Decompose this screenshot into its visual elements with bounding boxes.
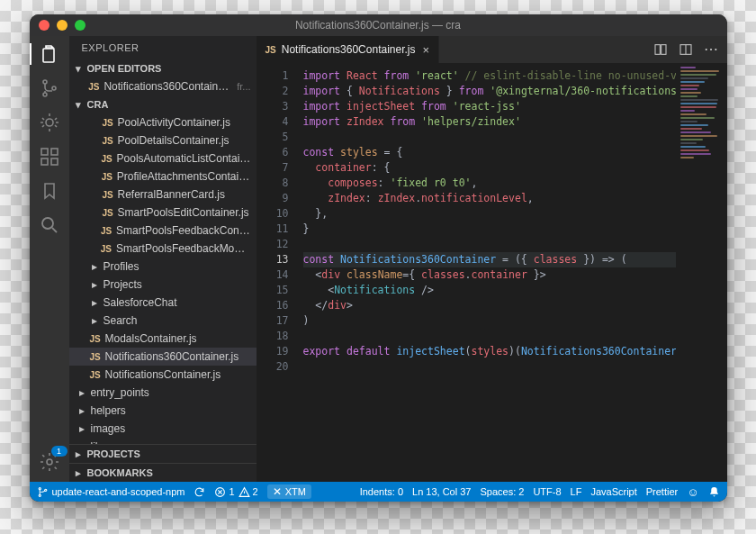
tree-item-label: SmartPoolsFeedbackModal...: [116, 242, 251, 255]
folder-item[interactable]: ▸Search: [69, 312, 256, 330]
folder-item[interactable]: ▸Profiles: [69, 258, 256, 276]
file-item[interactable]: JSSmartPoolsFeedbackConta...: [69, 222, 256, 240]
file-item[interactable]: JSModalsContainer.js: [69, 330, 256, 348]
cursor-position[interactable]: Ln 13, Col 37: [412, 486, 471, 497]
language-mode[interactable]: JavaScript: [590, 486, 636, 497]
tree-item-label: ModalsContainer.js: [105, 332, 197, 345]
svg-rect-8: [51, 158, 58, 165]
file-item[interactable]: JSNotifications360Container.js: [69, 348, 256, 366]
extensions-icon[interactable]: [39, 146, 60, 167]
titlebar[interactable]: Notifications360Container.js — cra: [30, 14, 727, 36]
indents[interactable]: Indents: 0: [360, 486, 403, 497]
split-editor-icon[interactable]: [679, 42, 693, 57]
file-item[interactable]: JSPoolsAutomaticListContain...: [69, 149, 256, 167]
compare-icon[interactable]: [653, 42, 668, 57]
file-item[interactable]: JSSmartPoolsEditContainer.js: [69, 204, 256, 222]
svg-rect-6: [51, 149, 58, 155]
minimap[interactable]: [676, 63, 727, 482]
editor[interactable]: 1234567891011121314151617181920 import R…: [256, 63, 727, 482]
tree-item-label: Search: [104, 314, 138, 327]
more-actions-icon[interactable]: ⋯: [704, 42, 718, 57]
notifications-bell-icon[interactable]: [708, 486, 720, 498]
svg-point-2: [43, 93, 47, 96]
file-item[interactable]: JSSmartPoolsFeedbackModal...: [69, 240, 256, 258]
open-editors-header[interactable]: ▾ OPEN EDITORS: [69, 59, 256, 77]
feedback-icon[interactable]: ☺: [687, 485, 698, 499]
workspace-label: CRA: [87, 99, 109, 110]
source-control-icon[interactable]: [39, 77, 60, 99]
encoding[interactable]: UTF-8: [533, 486, 561, 497]
chevron-right-icon: ▸: [73, 448, 84, 460]
tree-item-label: images: [91, 422, 126, 435]
js-file-icon: JS: [102, 136, 114, 146]
js-file-icon: JS: [101, 154, 113, 164]
xtm-badge[interactable]: ✕XTM: [267, 484, 311, 499]
debug-icon[interactable]: [39, 112, 60, 133]
svg-point-14: [39, 487, 40, 489]
chevron-right-icon: ▸: [89, 278, 100, 291]
problems[interactable]: 1 2: [214, 486, 257, 498]
js-file-icon: JS: [101, 172, 113, 182]
minimize-window-icon[interactable]: [57, 20, 68, 31]
open-editor-suffix: fr...: [237, 81, 250, 92]
editor-actions: ⋯: [644, 36, 727, 63]
code-area[interactable]: import React from 'react' // eslint-disa…: [298, 63, 676, 482]
sidebar: EXPLORER ▾ OPEN EDITORS JS Notifications…: [69, 36, 256, 482]
prettier-status[interactable]: Prettier: [646, 486, 678, 497]
file-item[interactable]: JSPoolDetailsContainer.js: [69, 131, 256, 149]
git-branch[interactable]: update-react-and-scoped-npm: [37, 486, 185, 498]
sidebar-title: EXPLORER: [69, 36, 256, 59]
chevron-right-icon: ▸: [76, 386, 87, 399]
eol[interactable]: LF: [571, 486, 582, 497]
file-item[interactable]: JSNotificationsContainer.js: [69, 366, 256, 384]
sync-icon[interactable]: [194, 486, 205, 498]
folder-item[interactable]: ▸entry_points: [69, 384, 256, 402]
chevron-down-icon: ▾: [73, 99, 84, 111]
activity-bar: 1: [30, 36, 69, 482]
js-file-icon: JS: [89, 370, 102, 380]
folder-item[interactable]: ▸images: [69, 420, 256, 438]
bookmarks-header[interactable]: ▸ BOOKMARKS: [69, 463, 256, 482]
indent-size[interactable]: Spaces: 2: [480, 486, 524, 497]
search-icon[interactable]: [39, 214, 60, 236]
status-bar: update-react-and-scoped-npm 1 2 ✕XTM Ind…: [30, 482, 727, 502]
file-item[interactable]: JSPoolActivityContainer.js: [69, 113, 256, 131]
tree-item-label: ReferralBannerCard.js: [118, 188, 225, 201]
zoom-window-icon[interactable]: [75, 20, 86, 31]
tab-active[interactable]: JS Notifications360Container.js ×: [256, 36, 440, 63]
open-editor-item[interactable]: JS Notifications360Container.js fr...: [69, 77, 256, 95]
vscode-window: Notifications360Container.js — cra: [30, 14, 727, 502]
js-file-icon: JS: [100, 244, 112, 254]
open-editors-list: JS Notifications360Container.js fr...: [69, 77, 256, 95]
projects-header[interactable]: ▸ PROJECTS: [69, 444, 256, 463]
settings-badge: 1: [51, 446, 68, 457]
workspace-header[interactable]: ▾ CRA: [69, 95, 256, 113]
file-item[interactable]: JSProfileAttachmentsContain...: [69, 167, 256, 186]
open-editors-label: OPEN EDITORS: [87, 63, 162, 74]
bookmarks-label: BOOKMARKS: [87, 467, 153, 478]
projects-label: PROJECTS: [87, 448, 140, 459]
file-item[interactable]: JSReferralBannerCard.js: [69, 186, 256, 204]
chevron-right-icon: ▸: [89, 296, 100, 309]
window-controls: [30, 20, 86, 31]
folder-item[interactable]: ▸helpers: [69, 402, 256, 420]
tree-item-label: helpers: [91, 404, 126, 417]
svg-point-10: [47, 459, 52, 465]
branch-name: update-react-and-scoped-npm: [52, 486, 185, 497]
folder-item[interactable]: ▸Projects: [69, 276, 256, 294]
tab-bar: JS Notifications360Container.js × ⋯: [256, 36, 727, 63]
folder-item[interactable]: ▸SalesforceChat: [69, 294, 256, 312]
js-file-icon: JS: [102, 208, 114, 218]
tree-item-label: Profiles: [104, 260, 140, 273]
folder-item[interactable]: ▸lib: [69, 438, 256, 444]
explorer-icon[interactable]: [39, 43, 60, 65]
tree-item-label: entry_points: [91, 386, 149, 399]
js-file-icon: JS: [102, 190, 114, 200]
close-tab-icon[interactable]: ×: [423, 43, 430, 57]
bookmarks-icon[interactable]: [39, 180, 60, 202]
js-file-icon: JS: [102, 118, 114, 128]
close-window-icon[interactable]: [39, 20, 50, 31]
open-editor-label: Notifications360Container.js: [104, 80, 230, 93]
error-count: 1: [229, 486, 234, 497]
tree-item-label: SmartPoolsFeedbackConta...: [116, 224, 250, 237]
